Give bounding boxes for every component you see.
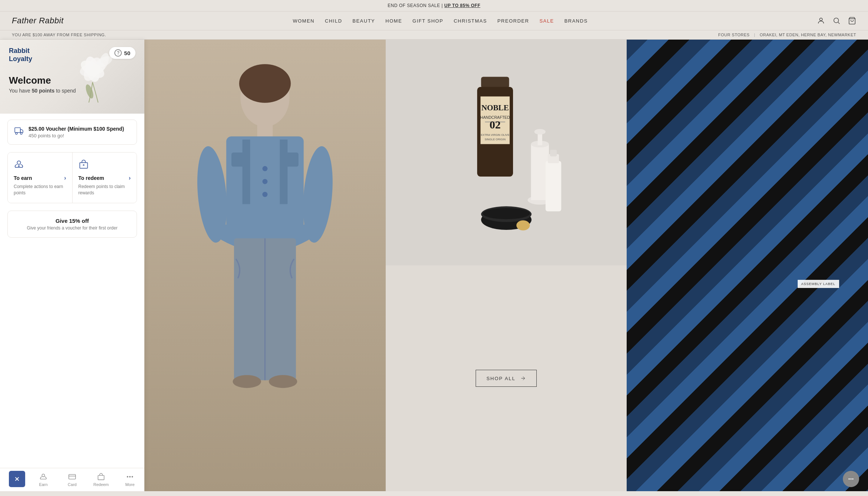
svg-point-35 bbox=[262, 192, 268, 197]
svg-rect-27 bbox=[257, 122, 273, 138]
fabric-panel: ASSEMBLY LABEL bbox=[627, 40, 868, 491]
denim-figure-svg bbox=[144, 40, 386, 491]
svg-line-2 bbox=[838, 22, 839, 24]
nav-link-women[interactable]: WOMEN bbox=[293, 18, 315, 24]
close-icon bbox=[14, 476, 20, 482]
shop-all-button[interactable]: SHOP ALL bbox=[476, 370, 537, 387]
earn-card-desc: Complete actions to earn points bbox=[14, 184, 66, 196]
redeem-icon bbox=[78, 159, 131, 171]
announcement-separator: | bbox=[442, 3, 443, 8]
main-nav: WOMEN CHILD BEAUTY HOME GIFT SHOP CHRIST… bbox=[293, 17, 588, 24]
redeem-card[interactable]: To redeem › Redeem points to claim rewar… bbox=[73, 153, 137, 203]
svg-rect-11 bbox=[15, 128, 20, 133]
svg-point-34 bbox=[262, 179, 268, 184]
svg-rect-55 bbox=[537, 133, 542, 145]
announcement-link[interactable]: UP TO 85% OFF bbox=[444, 3, 480, 8]
nav-earn-label: Earn bbox=[39, 482, 47, 487]
svg-point-14 bbox=[17, 161, 20, 164]
noble-svg: NOBLE HANDCRAFTED 02 EXTRA VIRGIN OLIVE … bbox=[401, 54, 612, 251]
nav-item-brands[interactable]: BRANDS bbox=[564, 17, 588, 24]
chat-bubble[interactable] bbox=[843, 471, 859, 487]
svg-point-56 bbox=[534, 129, 545, 134]
svg-rect-43 bbox=[481, 77, 509, 88]
nav-item-women[interactable]: WOMEN bbox=[293, 17, 315, 24]
redeem-card-desc: Redeem points to claim rewards bbox=[78, 184, 131, 196]
store-bar: YOU ARE $100 AWAY FROM FREE SHIPPING. FO… bbox=[0, 30, 868, 40]
svg-rect-28 bbox=[226, 136, 304, 239]
svg-point-63 bbox=[516, 220, 530, 230]
nav-more[interactable]: More bbox=[115, 468, 144, 491]
shop-all-label: SHOP ALL bbox=[486, 376, 516, 381]
nav-item-gift-shop[interactable]: GIFT SHOP bbox=[412, 17, 443, 24]
points-count: 50 bbox=[124, 50, 130, 56]
nav-redeem[interactable]: Redeem bbox=[87, 468, 115, 491]
svg-point-13 bbox=[20, 133, 22, 134]
redeem-nav-icon bbox=[97, 473, 105, 481]
svg-point-22 bbox=[132, 476, 133, 477]
voucher-sub: 450 points to go! bbox=[29, 133, 124, 138]
nav-item-child[interactable]: CHILD bbox=[325, 17, 342, 24]
nav-item-christmas[interactable]: CHRISTMAS bbox=[454, 17, 487, 24]
store-divider: | bbox=[754, 33, 755, 37]
nav-earn[interactable]: Earn bbox=[29, 468, 58, 491]
nav-card[interactable]: Card bbox=[58, 468, 87, 491]
svg-rect-17 bbox=[69, 475, 76, 479]
header: Father Rabbit WOMEN CHILD BEAUTY HOME GI… bbox=[0, 11, 868, 30]
referral-section: Give 15% off Give your friends a voucher… bbox=[7, 211, 137, 238]
delivery-icon bbox=[14, 127, 23, 137]
earn-card-title: To earn › bbox=[14, 175, 66, 181]
earn-card[interactable]: To earn › Complete actions to earn point… bbox=[8, 153, 73, 203]
content-area: NOBLE HANDCRAFTED 02 EXTRA VIRGIN OLIVE … bbox=[144, 40, 868, 491]
loyalty-header: Rabbit Loyalty ? 50 bbox=[0, 40, 144, 114]
nav-link-brands[interactable]: BRANDS bbox=[564, 18, 588, 24]
svg-point-67 bbox=[848, 478, 849, 479]
svg-point-69 bbox=[852, 478, 853, 479]
store-locations: ORAKEI, MT EDEN, HERNE BAY, NEWMARKET bbox=[760, 33, 856, 37]
svg-text:02: 02 bbox=[489, 118, 500, 131]
more-nav-icon bbox=[126, 473, 134, 481]
svg-text:NOBLE: NOBLE bbox=[481, 103, 509, 112]
main-layout: Rabbit Loyalty ? 50 bbox=[0, 40, 868, 491]
svg-rect-19 bbox=[98, 475, 104, 480]
referral-sub: Give your friends a voucher for their fi… bbox=[14, 225, 130, 231]
nav-item-preorder[interactable]: PREORDER bbox=[497, 17, 529, 24]
svg-rect-62 bbox=[550, 150, 557, 156]
svg-point-59 bbox=[483, 208, 530, 219]
svg-point-26 bbox=[239, 64, 291, 103]
nav-link-preorder[interactable]: PREORDER bbox=[497, 18, 529, 24]
svg-rect-32 bbox=[281, 153, 299, 167]
svg-point-68 bbox=[850, 478, 851, 479]
cart-icon[interactable] bbox=[848, 17, 856, 25]
nav-link-gift-shop[interactable]: GIFT SHOP bbox=[412, 18, 443, 24]
svg-point-21 bbox=[130, 476, 131, 477]
nav-link-sale[interactable]: SALE bbox=[539, 18, 554, 24]
account-icon[interactable] bbox=[817, 17, 825, 25]
svg-point-12 bbox=[16, 133, 17, 134]
nav-link-beauty[interactable]: BEAUTY bbox=[352, 18, 375, 24]
points-highlight: 50 points bbox=[32, 88, 54, 94]
flower-decoration bbox=[63, 40, 122, 114]
shop-all-arrow-icon bbox=[520, 375, 526, 381]
close-button[interactable] bbox=[9, 471, 25, 487]
nav-link-child[interactable]: CHILD bbox=[325, 18, 342, 24]
search-icon[interactable] bbox=[832, 17, 841, 25]
nav-link-christmas[interactable]: CHRISTMAS bbox=[454, 18, 487, 24]
logo[interactable]: Father Rabbit bbox=[12, 16, 64, 26]
earn-icon bbox=[14, 159, 66, 171]
svg-rect-60 bbox=[545, 161, 561, 211]
nav-card-label: Card bbox=[68, 482, 77, 487]
nav-item-beauty[interactable]: BEAUTY bbox=[352, 17, 375, 24]
announcement-text: END OF SEASON SALE bbox=[388, 3, 440, 8]
announcement-bar: END OF SEASON SALE | UP TO 85% OFF bbox=[0, 0, 868, 11]
nav-item-sale[interactable]: SALE bbox=[539, 17, 554, 24]
nav-item-home[interactable]: HOME bbox=[385, 17, 402, 24]
nav-redeem-label: Redeem bbox=[93, 482, 109, 487]
nav-link-home[interactable]: HOME bbox=[385, 18, 402, 24]
stripe-fabric bbox=[627, 40, 868, 491]
svg-point-20 bbox=[127, 476, 128, 477]
earn-chevron: › bbox=[64, 175, 66, 181]
redeem-card-title: To redeem › bbox=[78, 175, 131, 181]
redeem-chevron: › bbox=[129, 175, 131, 181]
voucher-card: $25.00 Voucher (Minimum $100 Spend) 450 … bbox=[7, 120, 137, 145]
nav-more-label: More bbox=[125, 482, 134, 487]
